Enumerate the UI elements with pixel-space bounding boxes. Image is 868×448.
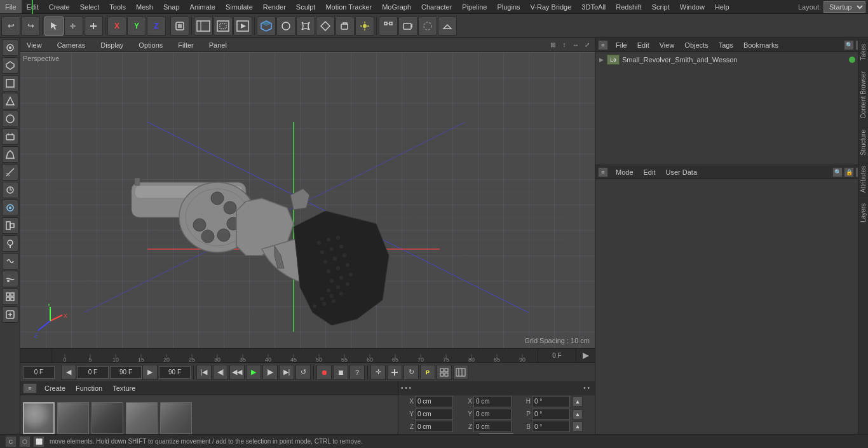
mat-header-icon[interactable]: ≡ (23, 383, 37, 393)
play-back-button[interactable]: ◀◀ (229, 365, 245, 380)
frame-start-input[interactable] (77, 366, 109, 379)
camera-button[interactable] (398, 17, 417, 36)
left-btn-13[interactable] (2, 253, 18, 269)
left-btn-14[interactable] (2, 271, 18, 287)
left-btn-9[interactable] (2, 182, 18, 198)
go-start-button[interactable]: |◀ (196, 365, 212, 380)
left-btn-2[interactable] (2, 57, 18, 74)
menu-select[interactable]: Select (75, 0, 105, 13)
tab-attributes[interactable]: Attributes (858, 160, 868, 198)
axis-z-button[interactable]: Z (147, 17, 166, 36)
obj-header-icon[interactable]: ≡ (598, 40, 608, 50)
left-btn-7[interactable] (2, 146, 18, 163)
left-btn-12[interactable] (2, 235, 18, 252)
menu-snap[interactable]: Snap (158, 0, 185, 13)
layout-dropdown[interactable]: Startup (824, 1, 865, 13)
left-btn-4[interactable] (2, 93, 18, 109)
next-frame-button[interactable]: |▶ (262, 365, 278, 380)
menu-script[interactable]: Script (647, 0, 675, 13)
redo-button[interactable]: ↪ (21, 17, 40, 36)
floor-button[interactable] (438, 17, 457, 36)
light-button[interactable] (355, 17, 374, 36)
menu-plugins[interactable]: Plugins (492, 0, 525, 13)
move-tool-t[interactable]: ✛ (370, 365, 386, 380)
left-btn-15[interactable] (2, 288, 18, 305)
menu-window[interactable]: Window (675, 0, 710, 13)
left-btn-16[interactable] (2, 306, 18, 323)
tab-layers[interactable]: Layers (858, 198, 868, 227)
left-btn-6[interactable] (2, 128, 18, 145)
frame-end2-input[interactable] (159, 366, 191, 379)
cube-front-button[interactable] (257, 17, 276, 36)
select-tool-button[interactable] (44, 17, 64, 36)
menu-create[interactable]: Create (44, 0, 75, 13)
menu-pipeline[interactable]: Pipeline (457, 0, 492, 13)
tab-content-browser[interactable]: Content Browser (858, 65, 868, 123)
coord-y-pos[interactable] (415, 409, 453, 420)
render-view-button[interactable] (194, 17, 213, 36)
attr-search-icon[interactable]: 🔍 (832, 167, 843, 177)
axis-y-button[interactable]: Y (127, 17, 146, 36)
axis-x-button[interactable]: X (107, 17, 126, 36)
obj-file-menu[interactable]: File (613, 41, 630, 49)
keyframe-button[interactable]: ? (349, 365, 365, 380)
obj-expand-icon[interactable]: ▶ (599, 57, 604, 63)
mat-create-menu[interactable]: Create (42, 384, 68, 392)
menu-redshift[interactable]: Redshift (611, 0, 646, 13)
frame-end-inc[interactable]: ▶ (142, 365, 158, 380)
pencil-tool-button[interactable] (276, 17, 295, 36)
vp-icon-1[interactable]: ⊞ (548, 40, 558, 50)
menu-3dtoall[interactable]: 3DToAll (576, 0, 611, 13)
undo-button[interactable]: ↩ (1, 17, 20, 36)
obj-objects-menu[interactable]: Objects (682, 41, 710, 49)
play-button[interactable]: ▶ (246, 365, 261, 380)
menu-sculpt[interactable]: Sculpt (291, 0, 321, 13)
left-btn-1[interactable] (2, 39, 18, 56)
deform-button[interactable] (316, 17, 335, 36)
object-mode-button[interactable] (170, 17, 189, 36)
tag-button[interactable] (336, 17, 355, 36)
menu-animate[interactable]: Animate (185, 0, 220, 13)
frame-current-input[interactable]: 0 F (23, 366, 55, 379)
attr-userdata-menu[interactable]: User Data (663, 168, 700, 176)
left-btn-3[interactable] (2, 75, 18, 92)
obj-visible-dot[interactable] (849, 57, 855, 63)
obj-view-menu[interactable]: View (657, 41, 677, 49)
vp-display-menu[interactable]: Display (97, 41, 127, 49)
coord-z-pos[interactable] (415, 421, 453, 432)
mat-function-menu[interactable]: Function (73, 384, 105, 392)
coord-p-rot[interactable] (532, 409, 570, 420)
null-button[interactable] (418, 17, 437, 36)
coord-x-arrow[interactable]: ▲ (573, 397, 583, 407)
left-btn-8[interactable] (2, 164, 18, 180)
record-stop-button[interactable]: ⏹ (333, 365, 348, 380)
coord-h-rot[interactable] (532, 396, 570, 407)
obj-edit-menu[interactable]: Edit (635, 41, 652, 49)
obj-search-icon[interactable]: 🔍 (844, 40, 854, 50)
attr-header-icon[interactable]: ≡ (598, 167, 608, 177)
go-end-button[interactable]: ▶| (279, 365, 294, 380)
attr-edit-menu[interactable]: Edit (641, 168, 658, 176)
rotate-tool-t[interactable]: ↻ (403, 365, 419, 380)
coord-x-pos[interactable] (415, 396, 453, 407)
status-icon-1[interactable]: C (5, 436, 17, 447)
menu-mesh[interactable]: Mesh (131, 0, 158, 13)
menu-vray[interactable]: V-Ray Bridge (526, 0, 577, 13)
render-region-button[interactable] (214, 17, 233, 36)
obj-tags-menu[interactable]: Tags (716, 41, 736, 49)
menu-file[interactable]: File (0, 0, 22, 13)
status-icon-3[interactable]: ⬜ (33, 436, 44, 447)
coord-y-arrow[interactable]: ▲ (573, 409, 583, 419)
menu-simulate[interactable]: Simulate (220, 0, 258, 13)
mat-texture-menu[interactable]: Texture (110, 384, 138, 392)
left-btn-11[interactable] (2, 217, 18, 234)
prev-frame-button[interactable]: ◀| (213, 365, 228, 380)
menu-tools[interactable]: Tools (104, 0, 131, 13)
vp-icon-2[interactable]: ↕ (559, 40, 569, 50)
coord-x-size[interactable] (473, 396, 512, 407)
param-button[interactable]: P (420, 365, 435, 380)
frame-end-input[interactable] (110, 366, 142, 379)
obj-bookmarks-menu[interactable]: Bookmarks (741, 41, 781, 49)
left-btn-10[interactable] (2, 200, 18, 216)
vp-options-menu[interactable]: Options (135, 41, 166, 49)
